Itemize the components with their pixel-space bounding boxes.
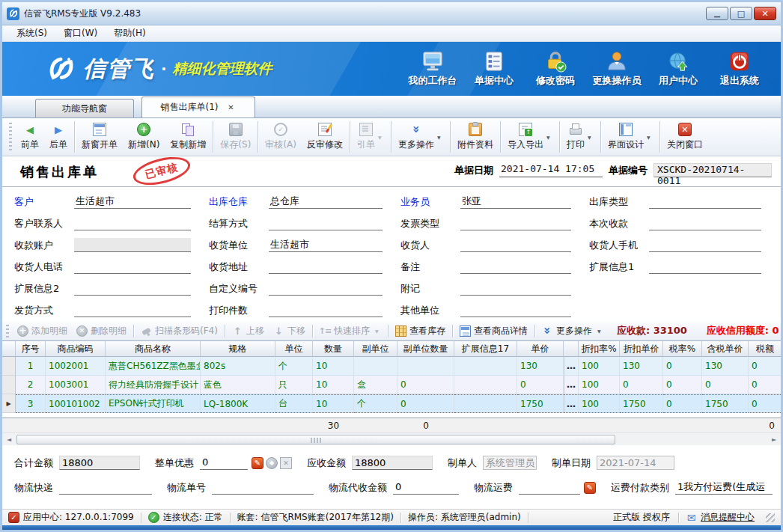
grid-cell[interactable]: 0 — [397, 394, 454, 413]
field-input[interactable] — [269, 260, 383, 274]
row-options-button[interactable]: … — [564, 394, 579, 413]
grid-cell[interactable]: 1750 — [620, 394, 663, 413]
grid-cell[interactable]: 1750 — [702, 394, 749, 413]
grid-row[interactable]: 3100101002EPSON针式打印机LQ-1800K台10个01750…10… — [2, 394, 781, 413]
grid-toolbar-view-stock[interactable]: 查看库存 — [391, 323, 450, 339]
grid-cell[interactable]: 100 — [579, 376, 620, 394]
dropdown-arrow-icon[interactable] — [595, 328, 603, 334]
toolbar-grip[interactable] — [6, 325, 9, 337]
field-input[interactable]: 生活超市 — [74, 195, 191, 209]
menu-item[interactable]: 帮助(H) — [106, 25, 153, 41]
grid-cell[interactable] — [454, 376, 517, 394]
field-input[interactable] — [269, 303, 383, 317]
dropdown-arrow-icon[interactable] — [435, 135, 443, 140]
grid-cell[interactable]: 10 — [313, 376, 354, 394]
doc-no-input[interactable]: XSCKD-20210714-0011 — [653, 163, 772, 177]
toolbar-prev-doc[interactable]: 前单 — [16, 120, 44, 153]
grid-toolbar-move-up[interactable]: 上移 — [228, 323, 269, 339]
toolbar-more-operations[interactable]: 更多操作 — [393, 120, 448, 153]
grid-cell[interactable]: 得力经典防滑握手设计 — [106, 376, 201, 394]
grid-cell[interactable]: 100 — [579, 357, 620, 376]
menu-item[interactable]: 窗口(W) — [55, 25, 106, 41]
tab-close-icon[interactable] — [226, 103, 237, 113]
grid-cell[interactable]: 0 — [517, 376, 564, 394]
field-input[interactable] — [649, 238, 761, 252]
grid-column-header[interactable] — [564, 341, 579, 357]
field-input[interactable]: 生活超市 — [269, 238, 383, 252]
grid-column-header[interactable]: 税率% — [663, 341, 702, 357]
grid-cell[interactable] — [354, 357, 397, 376]
field-input[interactable] — [59, 480, 152, 495]
field-input[interactable] — [460, 216, 571, 230]
grid-column-header[interactable]: 扩展信息17 — [454, 341, 517, 357]
grid-cell[interactable]: 0 — [702, 376, 749, 394]
field-input[interactable] — [74, 303, 191, 317]
grid-cell[interactable]: 蓝色 — [201, 376, 275, 394]
grid-column-header[interactable]: 序号 — [16, 341, 46, 357]
toolbar-pull-doc[interactable]: 引单 — [352, 120, 389, 153]
field-input[interactable] — [74, 281, 191, 296]
grid-toolbar-add-detail[interactable]: 添加明细 — [13, 323, 72, 339]
grid-column-header[interactable]: 税额 — [749, 341, 781, 357]
toolbar-import-export[interactable]: 导入导出 — [502, 120, 558, 153]
grid-row[interactable]: 11002001惠普CH561ZZ黑色墨盒802s个10130…10013001… — [2, 357, 781, 376]
field-input[interactable]: 2021-07-14 — [597, 456, 674, 470]
grid-cell[interactable]: 1 — [16, 357, 46, 376]
dropdown-arrow-icon[interactable] — [376, 135, 384, 140]
grid-toolbar-delete-detail[interactable]: 删除明细 — [72, 323, 131, 339]
maximize-button[interactable] — [730, 7, 752, 20]
grid-cell[interactable]: 10 — [313, 357, 354, 376]
status-link[interactable]: 消息提醒中心 — [701, 511, 755, 524]
grid-cell[interactable] — [454, 394, 517, 413]
grid-cell[interactable]: 130 — [517, 357, 564, 376]
toolbar-next-doc[interactable]: 后单 — [44, 120, 73, 153]
field-input[interactable] — [269, 216, 383, 230]
grid-cell[interactable]: 0 — [749, 394, 781, 413]
menu-item[interactable]: 系统(S) — [8, 25, 55, 41]
grid-cell[interactable]: 1003001 — [46, 376, 106, 394]
field-input[interactable] — [269, 281, 383, 296]
field-input[interactable]: 1我方付运费(生成运 — [675, 480, 773, 495]
grid-toolbar-quick-sort[interactable]: 快速排序 — [315, 323, 386, 339]
grid-cell[interactable]: LQ-1800K — [201, 394, 275, 413]
field-input[interactable] — [212, 480, 314, 495]
toolbar-add-new[interactable]: 新增(N) — [123, 120, 165, 153]
scroll-thumb[interactable] — [16, 435, 615, 444]
grid-cell[interactable]: 只 — [275, 376, 313, 394]
field-input[interactable] — [74, 216, 191, 230]
field-input[interactable] — [460, 238, 571, 252]
field-input[interactable] — [460, 260, 571, 274]
grid-cell[interactable]: 0 — [749, 357, 781, 376]
grid-cell[interactable]: 0 — [620, 376, 663, 394]
field-input[interactable] — [649, 260, 761, 274]
dropdown-arrow-icon[interactable] — [373, 328, 381, 334]
grid-cell[interactable]: 个 — [354, 394, 397, 413]
field-input[interactable]: 18800 — [352, 456, 433, 470]
resize-grip-icon[interactable] — [766, 513, 775, 522]
grid-column-header[interactable]: 数量 — [313, 341, 354, 357]
row-options-button[interactable]: … — [564, 376, 579, 394]
close-button[interactable] — [754, 7, 776, 20]
tab-sales-outbound[interactable]: 销售出库单(1) — [141, 97, 255, 117]
grid-cell[interactable]: 0 — [397, 376, 454, 394]
toolbar-grip[interactable] — [9, 123, 12, 151]
doc-date-input[interactable]: 2021-07-14 17:05 — [499, 163, 603, 177]
banner-nav-exit-system[interactable]: 退出系统 — [712, 50, 767, 88]
field-input[interactable] — [460, 281, 571, 296]
grid-toolbar-move-down[interactable]: 下移 — [269, 323, 310, 339]
grid-column-header[interactable]: 含税单价 — [702, 341, 749, 357]
grid-cell[interactable]: 100 — [579, 394, 620, 413]
grid-cell[interactable] — [454, 357, 517, 376]
dropdown-arrow-icon[interactable] — [544, 135, 552, 140]
scroll-right-arrow-icon[interactable] — [768, 434, 780, 445]
tab-nav-pane[interactable]: 功能导航窗 — [35, 99, 134, 117]
toolbar-print[interactable]: 打印 — [561, 120, 599, 153]
discount-edit-icon[interactable] — [252, 457, 263, 469]
field-input[interactable] — [460, 303, 571, 317]
grid-toolbar-view-product-detail[interactable]: 查看商品详情 — [455, 323, 532, 339]
field-input[interactable] — [74, 238, 191, 252]
row-options-button[interactable]: … — [564, 357, 579, 376]
banner-nav-user-center[interactable]: 用户中心 — [651, 50, 706, 88]
grid-cell[interactable]: 惠普CH561ZZ黑色墨盒 — [106, 357, 201, 376]
banner-nav-workbench[interactable]: 我的工作台 — [405, 50, 460, 88]
